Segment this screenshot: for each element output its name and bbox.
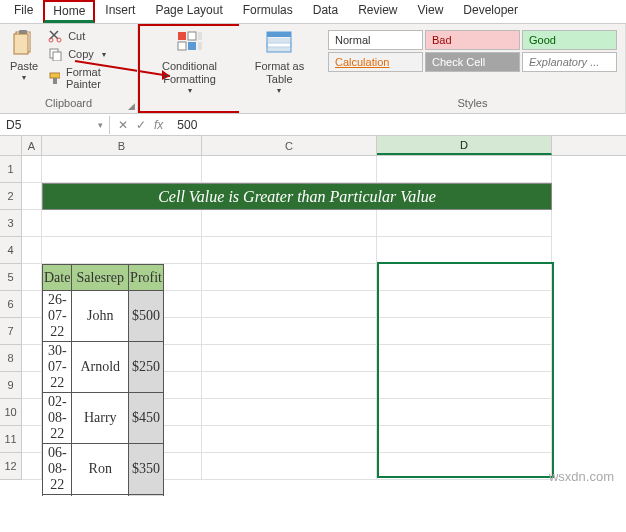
data-table: Date Salesrep Profit 26-07-22John$50030-…: [42, 264, 164, 496]
cell[interactable]: [22, 318, 42, 345]
clipboard-launcher-icon[interactable]: ◢: [128, 101, 135, 111]
row-header[interactable]: 7: [0, 318, 22, 345]
formula-bar: D5▾ ✕ ✓ fx 500: [0, 114, 626, 136]
table-cell[interactable]: 10-08-22: [43, 495, 72, 497]
menu-data[interactable]: Data: [303, 0, 348, 23]
group-format-table: Format as Table ▾: [239, 24, 320, 113]
cell[interactable]: [22, 183, 42, 210]
cell[interactable]: [202, 399, 377, 426]
cell[interactable]: [377, 237, 552, 264]
paste-button[interactable]: Paste ▾: [6, 28, 42, 95]
table-cell[interactable]: Chris: [72, 495, 129, 497]
cancel-icon[interactable]: ✕: [118, 118, 128, 132]
cell[interactable]: [22, 237, 42, 264]
style-bad[interactable]: Bad: [425, 30, 520, 50]
table-cell[interactable]: Ron: [72, 444, 129, 495]
select-all-corner[interactable]: [0, 136, 22, 155]
col-header-b[interactable]: B: [42, 136, 202, 155]
enter-icon[interactable]: ✓: [136, 118, 146, 132]
menu-file[interactable]: File: [4, 0, 43, 23]
cell[interactable]: [377, 210, 552, 237]
cell[interactable]: [22, 210, 42, 237]
table-cell[interactable]: 02-08-22: [43, 393, 72, 444]
menu-insert[interactable]: Insert: [95, 0, 145, 23]
table-cell[interactable]: $350: [129, 444, 164, 495]
table-cell[interactable]: $500: [129, 291, 164, 342]
cell[interactable]: [42, 210, 202, 237]
name-box[interactable]: D5▾: [0, 116, 110, 134]
style-normal[interactable]: Normal: [328, 30, 423, 50]
row-header[interactable]: 11: [0, 426, 22, 453]
formula-input[interactable]: 500: [171, 116, 626, 134]
menu-page-layout[interactable]: Page Layout: [145, 0, 232, 23]
fx-icon[interactable]: fx: [154, 118, 163, 132]
menu-home[interactable]: Home: [43, 0, 95, 23]
menu-bar: File Home Insert Page Layout Formulas Da…: [0, 0, 626, 24]
row-header[interactable]: 8: [0, 345, 22, 372]
cell[interactable]: [202, 264, 377, 291]
header-date[interactable]: Date: [43, 265, 72, 291]
row-header[interactable]: 12: [0, 453, 22, 480]
cell[interactable]: [202, 318, 377, 345]
table-cell[interactable]: Harry: [72, 393, 129, 444]
copy-button[interactable]: Copy ▾: [46, 46, 131, 62]
cell[interactable]: [22, 264, 42, 291]
row-header[interactable]: 3: [0, 210, 22, 237]
table-cell[interactable]: 30-07-22: [43, 342, 72, 393]
row-header[interactable]: 2: [0, 183, 22, 210]
style-calculation[interactable]: Calculation: [328, 52, 423, 72]
cell[interactable]: [22, 426, 42, 453]
cell[interactable]: [202, 372, 377, 399]
menu-review[interactable]: Review: [348, 0, 407, 23]
col-header-a[interactable]: A: [22, 136, 42, 155]
format-as-table-button[interactable]: Format as Table ▾: [245, 28, 314, 98]
table-cell[interactable]: 06-08-22: [43, 444, 72, 495]
spreadsheet-grid[interactable]: A B C D 123456789101112 Cell Value is Gr…: [0, 136, 626, 496]
header-salesrep[interactable]: Salesrep: [72, 265, 129, 291]
cell[interactable]: [202, 453, 377, 480]
cell[interactable]: [377, 156, 552, 183]
header-profit[interactable]: Profit: [129, 265, 164, 291]
cut-button[interactable]: Cut: [46, 28, 131, 44]
col-header-c[interactable]: C: [202, 136, 377, 155]
menu-view[interactable]: View: [408, 0, 454, 23]
cell[interactable]: [22, 453, 42, 480]
col-header-d[interactable]: D: [377, 136, 552, 155]
title-banner: Cell Value is Greater than Particular Va…: [42, 183, 552, 210]
table-cell[interactable]: $450: [129, 393, 164, 444]
row-header[interactable]: 1: [0, 156, 22, 183]
conditional-formatting-button[interactable]: Conditional Formatting ▾: [142, 28, 237, 98]
cell[interactable]: [22, 345, 42, 372]
table-cell[interactable]: John: [72, 291, 129, 342]
cell[interactable]: [22, 291, 42, 318]
cell[interactable]: [42, 156, 202, 183]
table-cell[interactable]: 26-07-22: [43, 291, 72, 342]
cell[interactable]: [202, 345, 377, 372]
cell[interactable]: [22, 399, 42, 426]
cell-styles-gallery[interactable]: Normal Bad Good Calculation Check Cell E…: [326, 28, 619, 74]
table-cell[interactable]: $250: [129, 342, 164, 393]
cell[interactable]: [202, 237, 377, 264]
table-cell[interactable]: $100: [129, 495, 164, 497]
row-header[interactable]: 6: [0, 291, 22, 318]
style-good[interactable]: Good: [522, 30, 617, 50]
cell[interactable]: [202, 426, 377, 453]
row-header[interactable]: 4: [0, 237, 22, 264]
menu-developer[interactable]: Developer: [453, 0, 528, 23]
format-painter-button[interactable]: Format Painter: [46, 64, 131, 92]
cell[interactable]: [202, 291, 377, 318]
cell[interactable]: [202, 210, 377, 237]
menu-formulas[interactable]: Formulas: [233, 0, 303, 23]
row-header[interactable]: 5: [0, 264, 22, 291]
group-clipboard: Paste ▾ Cut Copy ▾ Format Painter Clipbo…: [0, 24, 138, 113]
row-header[interactable]: 10: [0, 399, 22, 426]
cell[interactable]: [42, 237, 202, 264]
cell[interactable]: [22, 156, 42, 183]
style-check-cell[interactable]: Check Cell: [425, 52, 520, 72]
chevron-down-icon[interactable]: ▾: [98, 120, 103, 130]
row-header[interactable]: 9: [0, 372, 22, 399]
cell[interactable]: [22, 372, 42, 399]
style-explanatory[interactable]: Explanatory ...: [522, 52, 617, 72]
table-cell[interactable]: Arnold: [72, 342, 129, 393]
cell[interactable]: [202, 156, 377, 183]
